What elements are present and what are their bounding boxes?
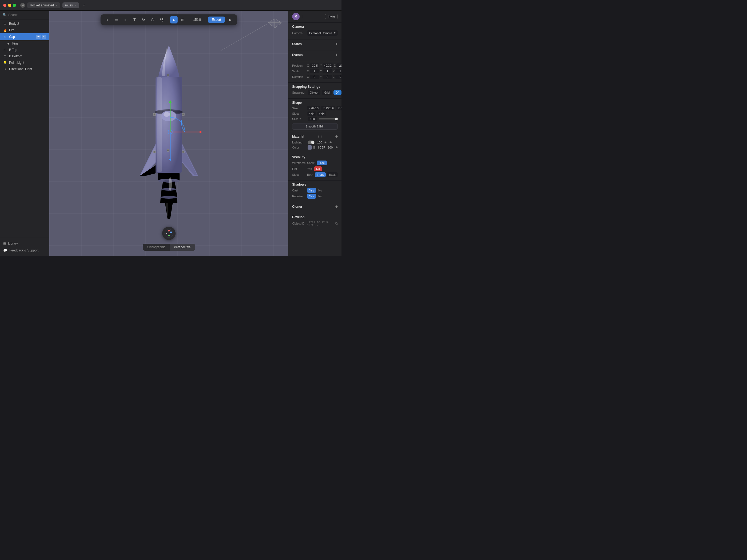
- sidebar-item-label: B Top: [9, 48, 17, 52]
- svg-rect-20: [167, 74, 169, 76]
- states-title: States +: [292, 42, 338, 46]
- orthographic-toggle[interactable]: Orthographic: [143, 244, 170, 251]
- scale-z-value[interactable]: 1: [335, 69, 341, 73]
- sidebar-item-fins[interactable]: ◈ Fins: [0, 40, 49, 47]
- object-id-label: Object ID: [292, 222, 306, 225]
- canvas-area[interactable]: + ▭ ○ T ↻ ⬠ ⛓ ▲ ⊞ 151% Export ▶: [49, 11, 288, 256]
- rot-x-value[interactable]: 0: [310, 75, 319, 79]
- camera-select[interactable]: Personal Camera ▾: [307, 30, 338, 36]
- library-item[interactable]: ⊞ Library: [0, 240, 49, 247]
- export-button[interactable]: Export: [208, 17, 225, 23]
- lock-action[interactable]: ≡: [42, 35, 46, 39]
- minimize-button[interactable]: [8, 4, 11, 7]
- maximize-button[interactable]: [13, 4, 16, 7]
- sides-x-label: X: [309, 112, 311, 115]
- sidebar-item-fire[interactable]: 🔥 Fire: [0, 27, 49, 33]
- cursor-tool-button[interactable]: ▲: [170, 16, 177, 24]
- cloner-add-button[interactable]: +: [335, 204, 338, 209]
- titlebar: M Rocket animated ✕ muss ✕ +: [0, 0, 341, 11]
- search-input[interactable]: [8, 13, 48, 17]
- back-button[interactable]: Back: [327, 172, 337, 177]
- pos-y-label: Y: [320, 64, 322, 67]
- rocket-model[interactable]: [124, 37, 214, 229]
- pos-z-value[interactable]: -291: [336, 63, 341, 68]
- pos-y-value[interactable]: 40.3C: [323, 63, 333, 68]
- camera-value: Personal Camera: [309, 31, 332, 35]
- tab-label: Rocket animated: [30, 3, 54, 7]
- sides-row: Sides X 64 Y 64: [292, 111, 338, 116]
- sidebar-item-pointlight[interactable]: 💡 Point Light: [0, 59, 49, 66]
- copy-icon[interactable]: ⧉: [335, 221, 338, 225]
- slicey-value[interactable]: 180: [308, 117, 317, 121]
- rect-tool-button[interactable]: ▭: [112, 16, 120, 24]
- tab-muss[interactable]: muss ✕: [62, 2, 79, 8]
- sidebar-item-cap[interactable]: ◎ Cap 👁 ≡: [0, 33, 49, 40]
- text-tool-button[interactable]: T: [131, 16, 138, 24]
- shape-title: Shape: [292, 101, 338, 105]
- color-preview[interactable]: [313, 145, 315, 149]
- feedback-label: Feedback & Support: [9, 248, 38, 252]
- add-tool-button[interactable]: +: [104, 16, 111, 24]
- rot-y-value[interactable]: 0: [323, 75, 332, 79]
- size-z-field[interactable]: Z 661.7: [336, 106, 341, 110]
- rot-z-value[interactable]: 0: [335, 75, 341, 79]
- scale-y-value[interactable]: 1: [323, 69, 332, 73]
- invite-button[interactable]: Invite: [325, 14, 338, 19]
- sidebar-item-body2[interactable]: ⬡ Body 2: [0, 21, 49, 27]
- rotate-tool-button[interactable]: ↻: [140, 16, 147, 24]
- play-button[interactable]: ▶: [227, 16, 234, 24]
- sides-y-field[interactable]: Y 64: [317, 111, 326, 116]
- lighting-toggle[interactable]: [308, 140, 314, 144]
- snapping-toggle[interactable]: Off: [334, 90, 341, 95]
- scale-x-value[interactable]: 1: [310, 69, 319, 73]
- view-cube[interactable]: [267, 16, 283, 32]
- sides-label: Sides: [292, 173, 306, 176]
- slicey-slider[interactable]: [319, 118, 338, 119]
- add-tab-button[interactable]: +: [81, 2, 87, 8]
- feedback-item[interactable]: 💬 Feedback & Support: [0, 247, 49, 254]
- color-widget[interactable]: [162, 227, 176, 240]
- tab-rocket-animated[interactable]: Rocket animated ✕: [27, 2, 60, 8]
- smooth-edit-button[interactable]: Smooth & Edit: [292, 123, 338, 130]
- material-add-button[interactable]: +: [335, 134, 338, 139]
- sides-x-field[interactable]: X 64: [307, 111, 316, 116]
- no-flat-button[interactable]: No: [314, 166, 322, 171]
- hide-button[interactable]: Hide: [317, 161, 327, 165]
- cube-icon: ⬡: [3, 54, 7, 58]
- lighting-value: 100: [317, 141, 322, 144]
- search-icon: 🔍: [3, 13, 7, 17]
- svg-rect-10: [157, 77, 162, 172]
- hide-action[interactable]: 👁: [36, 35, 41, 39]
- size-x-value: 696.3: [311, 107, 319, 110]
- scale-x-label: X: [307, 70, 309, 73]
- size-y-field[interactable]: Y 1331F: [321, 106, 335, 110]
- sidebar-item-bbottom[interactable]: ⬡ B Bottom: [0, 53, 49, 59]
- grid-snap-button[interactable]: Grid: [322, 90, 332, 95]
- cube-icon: ⬡: [3, 22, 7, 26]
- sidebar-item-btop[interactable]: ⬡ B Top: [0, 47, 49, 53]
- pentagon-tool-button[interactable]: ⬠: [149, 16, 156, 24]
- circle-tool-button[interactable]: ○: [122, 16, 129, 24]
- front-button[interactable]: Front: [315, 172, 326, 177]
- snapping-section: Snapping Settings Snapping Object Grid O…: [288, 83, 341, 99]
- svg-point-14: [163, 112, 170, 117]
- svg-rect-18: [182, 151, 184, 153]
- color-swatch[interactable]: [308, 145, 312, 150]
- cast-yes-button[interactable]: Yes: [307, 188, 316, 193]
- receive-yes-button[interactable]: Yes: [307, 194, 316, 199]
- perspective-toggle[interactable]: Perspective: [170, 244, 195, 251]
- pos-x-value[interactable]: -30.5: [310, 63, 319, 68]
- tab-close-icon[interactable]: ✕: [55, 4, 58, 7]
- sides-row: Sides Both Front Back: [292, 172, 338, 177]
- link-tool-button[interactable]: ⛓: [158, 16, 165, 24]
- close-button[interactable]: [3, 4, 6, 7]
- tab-close-icon[interactable]: ✕: [74, 4, 77, 7]
- rot-z-label: Z: [333, 76, 335, 78]
- size-x-field[interactable]: X 696.3: [307, 106, 320, 110]
- visibility-section: Visibility Wireframe Show Hide Flat Yes …: [288, 153, 341, 181]
- states-add-button[interactable]: +: [335, 42, 338, 46]
- sidebar-item-dirlight[interactable]: ✦ Directional Light: [0, 66, 49, 72]
- object-snap-button[interactable]: Object: [308, 90, 320, 95]
- events-add-button[interactable]: +: [335, 53, 338, 57]
- ar-tool-button[interactable]: ⊞: [179, 16, 186, 24]
